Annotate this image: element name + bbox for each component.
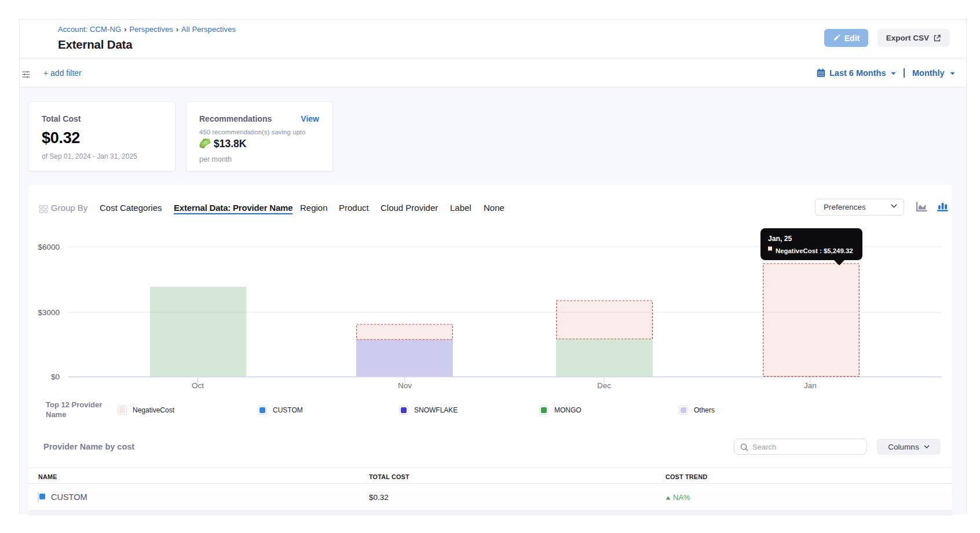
- svg-text:Jan, 25: Jan, 25: [768, 235, 792, 243]
- svg-text:NegativeCost : $5,249.32: NegativeCost : $5,249.32: [776, 247, 853, 254]
- svg-text:$3000: $3000: [38, 308, 60, 317]
- svg-text:Dec: Dec: [597, 381, 611, 390]
- svg-text:$6000: $6000: [38, 243, 60, 251]
- svg-text:Nov: Nov: [398, 381, 412, 390]
- svg-text:Oct: Oct: [192, 381, 204, 390]
- svg-text:$0: $0: [51, 373, 60, 381]
- svg-text:Jan: Jan: [804, 381, 817, 390]
